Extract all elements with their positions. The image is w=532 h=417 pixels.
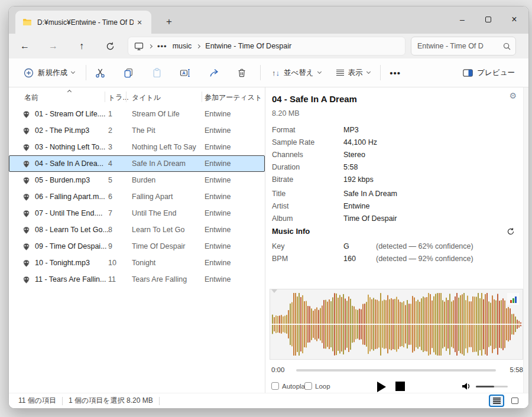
- refresh-button[interactable]: [100, 37, 119, 56]
- checkbox-box[interactable]: [304, 382, 312, 390]
- volume-fill: [476, 386, 494, 387]
- file-artist: Entwine: [205, 193, 265, 201]
- vertical-scrollbar[interactable]: [523, 87, 529, 394]
- total-time: 5:58: [510, 366, 523, 373]
- property-value: Time Of Despair: [343, 214, 397, 223]
- file-row[interactable]: 08 - Learn To Let Go...8Learn To Let GoE…: [9, 221, 265, 238]
- file-name: 08 - Learn To Let Go...: [35, 226, 108, 234]
- file-title: Burden: [132, 176, 205, 184]
- maximize-button[interactable]: [475, 6, 501, 32]
- file-name: 07 - Until The End....: [35, 209, 108, 217]
- file-row[interactable]: 04 - Safe In A Drea...4Safe In A DreamEn…: [9, 155, 265, 172]
- property-row: KeyG(detected — 62% confidence): [272, 240, 515, 252]
- autoplay-checkbox[interactable]: Autoplay: [271, 382, 309, 390]
- seek-bar[interactable]: [296, 369, 496, 372]
- file-row[interactable]: 11 - Tears Are Fallin...11Tears Are Fall…: [9, 271, 265, 288]
- file-artist: Entwine: [205, 126, 265, 135]
- tab-current[interactable]: D:¥music¥Entwine - Time Of D ×: [15, 11, 151, 34]
- audio-file-icon: [22, 143, 33, 152]
- audio-file-icon: [22, 275, 33, 284]
- column-divider[interactable]: [202, 92, 202, 102]
- rename-button[interactable]: A: [175, 63, 195, 83]
- search-icon[interactable]: [503, 43, 511, 50]
- file-artist: Entwine: [205, 226, 265, 234]
- search-input[interactable]: [417, 42, 503, 50]
- copy-button[interactable]: [118, 63, 138, 83]
- preview-toggle-button[interactable]: プレビュー: [458, 64, 520, 82]
- audio-file-icon: [22, 259, 33, 268]
- tab-close-icon[interactable]: ×: [134, 17, 145, 28]
- file-name: 02 - The Pit.mp3: [35, 126, 108, 135]
- forward-button[interactable]: →: [44, 37, 63, 56]
- file-title: Nothing Left To Say: [132, 143, 205, 151]
- close-button[interactable]: ×: [501, 6, 527, 32]
- new-button[interactable]: 新規作成: [18, 64, 80, 82]
- selection-info: 1 個の項目を選択 8.20 MB: [69, 396, 153, 406]
- playhead-marker: [271, 289, 277, 293]
- property-value: Safe In A Dream: [343, 190, 397, 198]
- sort-button[interactable]: ↑↓ 並べ替え: [267, 64, 326, 82]
- column-header-artist[interactable]: 参加アーティスト: [205, 93, 262, 103]
- music-info-heading: Music Info: [272, 227, 310, 236]
- property-label: Duration: [272, 163, 343, 171]
- more-options-button[interactable]: •••: [385, 63, 406, 83]
- new-button-label: 新規作成: [38, 68, 67, 78]
- volume-slider[interactable]: [476, 386, 508, 387]
- preview-file-title: 04 - Safe In A Dream: [272, 94, 357, 104]
- file-name: 10 - Tonight.mp3: [35, 259, 108, 267]
- waveform-canvas[interactable]: [270, 289, 523, 359]
- gear-icon[interactable]: ⚙: [509, 91, 517, 100]
- file-row[interactable]: 07 - Until The End....7Until The EndEntw…: [9, 205, 265, 221]
- spectrum-mode-icon[interactable]: [507, 293, 519, 305]
- column-header-name[interactable]: 名前: [24, 93, 38, 103]
- file-name: 06 - Falling Apart.m...: [35, 193, 108, 201]
- address-bar[interactable]: ••• music Entwine - Time Of Despair: [128, 37, 406, 56]
- loop-checkbox[interactable]: Loop: [304, 382, 330, 390]
- cut-button[interactable]: [90, 63, 110, 83]
- back-button[interactable]: ←: [15, 37, 34, 56]
- volume-icon[interactable]: [462, 382, 472, 390]
- minimize-button[interactable]: –: [449, 6, 475, 32]
- audio-file-icon: [22, 176, 33, 185]
- play-button[interactable]: [377, 382, 386, 392]
- delete-button[interactable]: [232, 63, 252, 83]
- explorer-window: D:¥music¥Entwine - Time Of D × + – × ← →…: [8, 6, 529, 409]
- refresh-analysis-icon[interactable]: [507, 227, 515, 236]
- file-row[interactable]: 06 - Falling Apart.m...6Falling ApartEnt…: [9, 188, 265, 205]
- property-value: 160: [343, 255, 376, 263]
- this-pc-icon[interactable]: [134, 42, 144, 51]
- tab-title: D:¥music¥Entwine - Time Of D: [37, 18, 134, 27]
- file-row[interactable]: 10 - Tonight.mp310TonightEntwine: [9, 255, 265, 271]
- file-artist: Entwine: [205, 209, 265, 217]
- file-row[interactable]: 01 - Stream Of Life....1Stream Of LifeEn…: [9, 106, 265, 122]
- new-tab-button[interactable]: +: [161, 14, 177, 30]
- file-row[interactable]: 03 - Nothing Left To...3Nothing Left To …: [9, 139, 265, 155]
- share-button[interactable]: [203, 63, 223, 83]
- details-view-button[interactable]: [489, 395, 504, 407]
- breadcrumb-music[interactable]: music: [173, 42, 192, 50]
- checkbox-box[interactable]: [271, 382, 279, 390]
- file-row[interactable]: 09 - Time Of Despai...9Time Of DespairEn…: [9, 238, 265, 255]
- file-row[interactable]: 05 - Burden.mp35BurdenEntwine: [9, 172, 265, 188]
- breadcrumb-folder[interactable]: Entwine - Time Of Despair: [205, 42, 291, 50]
- search-box[interactable]: [411, 37, 516, 56]
- file-artist: Entwine: [205, 110, 265, 118]
- column-header-title[interactable]: タイトル: [132, 93, 161, 103]
- property-row: ChannelsStereo: [272, 148, 515, 161]
- file-row[interactable]: 02 - The Pit.mp32The PitEntwine: [9, 122, 265, 139]
- breadcrumb-ellipsis[interactable]: •••: [157, 42, 167, 51]
- stop-button[interactable]: [395, 382, 405, 391]
- column-divider[interactable]: [126, 92, 126, 102]
- property-row: Duration5:58: [272, 161, 515, 173]
- status-divider: [62, 397, 63, 405]
- up-button[interactable]: ↑: [72, 37, 91, 56]
- preview-pane-icon: [463, 69, 473, 77]
- large-icons-view-button[interactable]: [507, 395, 523, 407]
- paste-button[interactable]: [147, 63, 167, 83]
- waveform-display[interactable]: [270, 289, 523, 360]
- file-name: 11 - Tears Are Fallin...: [35, 275, 108, 284]
- property-value: Stereo: [343, 151, 365, 159]
- column-divider[interactable]: [105, 92, 105, 102]
- view-button[interactable]: 表示: [331, 64, 375, 82]
- file-track: 3: [108, 143, 132, 151]
